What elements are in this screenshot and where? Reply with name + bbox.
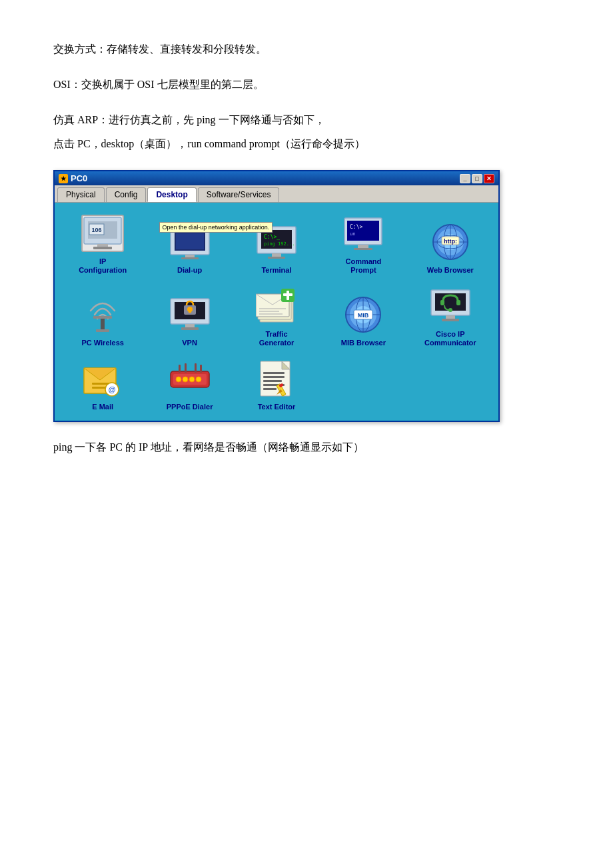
app-web-browser[interactable]: http: Web Browser xyxy=(409,209,492,277)
page-content: 交换方式：存储转发、直接转发和分段转发。 OSI：交换机属于 OSI 七层模型里… xyxy=(53,40,560,457)
titlebar-controls[interactable]: _ □ ✕ xyxy=(460,174,494,183)
email-icon-box: @ xyxy=(79,357,127,400)
mib-browser-label: MIB Browser xyxy=(341,339,386,347)
app-terminal[interactable]: C:\>_ ping 192... Terminal xyxy=(235,209,318,277)
web-browser-icon-box: http: xyxy=(426,221,474,263)
email-label: E Mail xyxy=(92,403,113,411)
titlebar-left: ★ PC0 xyxy=(59,173,87,183)
traffic-gen-icon-box xyxy=(253,285,301,327)
ip-config-label: IPConfiguration xyxy=(79,257,127,275)
cisco-ip-comm-icon-box xyxy=(426,285,474,327)
svg-point-75 xyxy=(189,377,195,382)
dial-up-tooltip: Open the dial-up networking application. xyxy=(159,222,273,233)
pt-window: ★ PC0 _ □ ✕ Physical Config Desktop Soft… xyxy=(53,170,500,422)
window-icon: ★ xyxy=(59,174,68,183)
app-cisco-ip-communicator[interactable]: Cisco IPCommunicator xyxy=(409,282,492,350)
pc-wireless-icon xyxy=(83,296,123,333)
app-traffic-generator[interactable]: TrafficGenerator xyxy=(235,282,318,350)
svg-rect-77 xyxy=(179,365,181,373)
pc-wireless-label: PC Wireless xyxy=(81,339,124,347)
svg-text:C:\>_: C:\>_ xyxy=(264,234,280,240)
ip-config-icon: 106 xyxy=(81,215,124,252)
svg-rect-65 xyxy=(442,319,459,321)
tab-config[interactable]: Config xyxy=(106,187,147,202)
svg-point-76 xyxy=(196,377,201,382)
svg-rect-8 xyxy=(176,233,204,249)
svg-text:un: un xyxy=(350,231,355,237)
app-ip-configuration[interactable]: 106 IPConfiguration xyxy=(61,209,144,277)
command-prompt-icon: C:\> un xyxy=(343,215,383,251)
app-grid: 106 IPConfiguration Open the dial-up net… xyxy=(61,209,492,414)
svg-rect-33 xyxy=(93,316,112,319)
close-button[interactable]: ✕ xyxy=(484,174,494,183)
svg-text:MIB: MIB xyxy=(358,312,369,319)
mib-browser-icon: MIB xyxy=(343,296,383,333)
svg-rect-39 xyxy=(189,309,191,313)
paragraph-2: OSI：交换机属于 OSI 七层模型里的第二层。 xyxy=(53,75,560,95)
app-mib-browser[interactable]: MIB MIB Browser xyxy=(322,282,404,350)
vpn-icon xyxy=(169,296,211,333)
svg-rect-41 xyxy=(181,327,199,330)
dial-up-icon-box: Open the dial-up networking application. xyxy=(166,221,214,263)
cisco-ip-comm-label: Cisco IPCommunicator xyxy=(424,330,476,347)
vpn-icon-box xyxy=(166,293,214,336)
tab-physical[interactable]: Physical xyxy=(57,187,105,202)
svg-rect-68 xyxy=(92,387,105,389)
window-title: PC0 xyxy=(71,173,87,183)
svg-rect-62 xyxy=(456,300,460,305)
minimize-button[interactable]: _ xyxy=(460,174,470,183)
app-pc-wireless[interactable]: PC Wireless xyxy=(61,282,144,350)
paragraph-1: 交换方式：存储转发、直接转发和分段转发。 xyxy=(53,40,560,59)
svg-rect-22 xyxy=(354,248,372,250)
traffic-gen-label: TrafficGenerator xyxy=(259,330,295,347)
dial-up-label: Dial-up xyxy=(177,266,202,275)
svg-rect-3 xyxy=(93,247,112,249)
web-browser-icon: http: xyxy=(431,223,470,261)
email-icon: @ xyxy=(83,360,123,397)
desktop-content: 106 IPConfiguration Open the dial-up net… xyxy=(55,203,498,421)
svg-point-74 xyxy=(183,377,188,382)
svg-rect-80 xyxy=(200,365,202,373)
app-text-editor[interactable]: Text Editor xyxy=(235,354,318,414)
app-vpn[interactable]: VPN xyxy=(148,282,231,350)
tab-desktop[interactable]: Desktop xyxy=(147,187,196,202)
svg-rect-34 xyxy=(96,329,109,332)
svg-text:106: 106 xyxy=(92,227,102,233)
app-email[interactable]: @ E Mail xyxy=(61,354,144,414)
svg-text:C:\>: C:\> xyxy=(350,224,362,230)
svg-rect-79 xyxy=(195,363,197,373)
app-command-prompt[interactable]: C:\> un CommandPrompt xyxy=(322,209,404,277)
paragraph-5: ping 一下各 PC 的 IP 地址，看网络是否畅通（网络畅通显示如下） xyxy=(53,438,560,457)
svg-rect-85 xyxy=(263,380,282,382)
cisco-ip-comm-icon xyxy=(430,287,471,325)
paragraph-3: 仿真 ARP：进行仿真之前，先 ping 一下网络通与否如下， 点击 PC，de… xyxy=(53,111,560,155)
tab-bar: Physical Config Desktop Software/Service… xyxy=(55,185,498,203)
svg-rect-84 xyxy=(263,376,285,378)
text-editor-label: Text Editor xyxy=(258,403,296,411)
command-prompt-icon-box: C:\> un xyxy=(339,212,387,255)
text-editor-icon-box xyxy=(253,357,301,400)
traffic-gen-icon xyxy=(256,287,297,325)
web-browser-label: Web Browser xyxy=(427,266,474,275)
tab-software-services[interactable]: Software/Services xyxy=(198,187,280,202)
svg-rect-87 xyxy=(263,388,277,390)
pppoe-label: PPPoE Dialer xyxy=(167,403,213,411)
command-prompt-label: CommandPrompt xyxy=(346,257,382,275)
svg-rect-16 xyxy=(268,257,285,259)
ip-config-icon-box: 106 xyxy=(79,212,127,255)
terminal-label: Terminal xyxy=(261,266,291,275)
svg-rect-83 xyxy=(263,372,285,374)
svg-point-63 xyxy=(448,308,452,312)
titlebar: ★ PC0 _ □ ✕ xyxy=(55,171,498,185)
app-pppoe-dialer[interactable]: PPPoE Dialer xyxy=(148,354,231,414)
svg-text:@: @ xyxy=(109,385,116,393)
text-editor-icon xyxy=(257,360,297,397)
vpn-label: VPN xyxy=(182,339,197,347)
svg-point-73 xyxy=(176,377,181,382)
svg-rect-50 xyxy=(283,293,293,296)
svg-text:ping 192...: ping 192... xyxy=(264,241,295,247)
maximize-button[interactable]: □ xyxy=(472,174,482,183)
app-dial-up[interactable]: Open the dial-up networking application.… xyxy=(148,209,231,277)
svg-text:http:: http: xyxy=(444,238,457,245)
mib-browser-icon-box: MIB xyxy=(339,293,387,336)
